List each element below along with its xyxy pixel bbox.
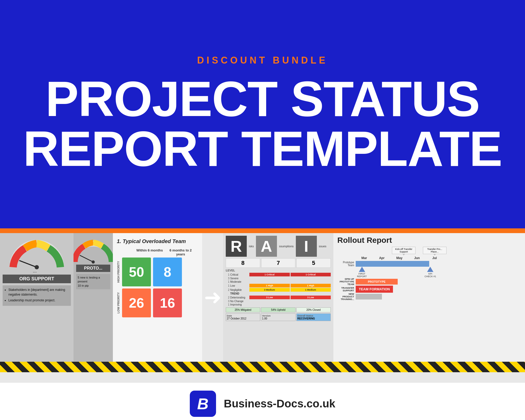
rai-count-r: 8	[226, 258, 260, 268]
rai-date-section: Date 27 October 2012 Version 1.00 Overal…	[226, 313, 331, 321]
cell-26: 26	[122, 288, 151, 317]
proto-bullets: 5 new ic testing a present 10 in pip	[76, 274, 110, 289]
rai-count-i: 5	[296, 258, 331, 268]
svg-point-4	[92, 260, 95, 264]
rai-row-negligible: 2 Negligible 3 Medium 1 Medium	[226, 288, 331, 292]
tl-row-spinup: SPIN UP PROTOTYPE TEAM PROTOTYPE	[337, 278, 521, 286]
rai-counts: 8 7 5	[226, 258, 331, 268]
rai-closed: 20% Closed	[296, 307, 331, 312]
svg-text:...: ...	[33, 268, 37, 272]
panel-proto: PROTO... 5 new ic testing a present 10 i…	[74, 233, 113, 362]
rai-a-letter: A	[261, 237, 272, 255]
rai-date: Date 27 October 2012	[226, 313, 260, 321]
callout-transfer: Transfer Pro... Place...	[423, 247, 447, 254]
rai-mitigated: 25% Mitigated	[226, 307, 260, 312]
proto-bullet-2: 10 in pip	[78, 284, 109, 288]
cell-50: 50	[122, 258, 151, 286]
callout-kickoff: Kick-off Transfer Support	[392, 247, 416, 254]
tl-row-transfer: TRANSFER SUPPORT TEAM FORMATION	[337, 286, 521, 293]
rai-i-label: ssues	[318, 244, 328, 249]
org-support-bullets: Stakeholders in [department] are making …	[3, 285, 71, 306]
matrix-row-labels: HIGH PRIORITY LOW PRIORITY	[117, 258, 120, 317]
rai-row-low: 1 Low 1 High 1 High	[226, 284, 331, 287]
proto-bullet-1: 5 new ic testing a present	[78, 276, 109, 284]
svg-line-3	[80, 255, 93, 262]
month-apr: Apr	[373, 256, 390, 260]
row-label-high: HIGH PRIORITY	[117, 258, 120, 286]
rollout-title: Rollout Report	[337, 236, 521, 245]
hazard-strip	[0, 362, 525, 372]
rai-level-label: LEVEL	[226, 269, 331, 272]
rai-i-box: I	[296, 236, 317, 257]
rai-row-severe: 3 Severe	[226, 277, 331, 280]
month-jun: Jun	[408, 256, 426, 260]
rai-footer: 25% Mitigated 54% Upheld 20% Closed	[226, 307, 331, 312]
bullet-2: Leadership must promote project.	[8, 298, 69, 303]
gauge-org: ...	[8, 238, 66, 272]
bottom-section: B Business-Docs.co.uk	[0, 383, 525, 420]
rai-row-nochange: 3 No Change	[226, 300, 331, 303]
row-label-low: LOW PRIORITY	[117, 288, 120, 317]
rai-overall: Overall Status RECOVERING	[296, 313, 331, 321]
title-line2: REPORT TEMPLATE	[23, 124, 502, 174]
panel-rollout: Rollout Report Kick-off Transfer Support…	[333, 233, 525, 362]
rai-count-a: 7	[261, 258, 296, 268]
col-header-1: Within 6 months	[135, 248, 164, 256]
preview-wrapper: ... ORG SUPPORT Stakeholders in [departm…	[0, 233, 525, 383]
matrix-title: 1. Typical Overloaded Team	[117, 238, 198, 244]
proto-label: PROTO...	[76, 265, 110, 272]
main-title: PROJECT STATUS REPORT TEMPLATE	[23, 74, 502, 174]
rai-a-label: ssumptions	[278, 244, 295, 249]
timeline-months: Mar Apr May Jun Jul	[356, 256, 521, 260]
milestone-first-report: FIRSTREPORT	[357, 267, 367, 278]
svg-line-0	[20, 261, 37, 267]
panel-gauges: ... ORG SUPPORT Stakeholders in [departm…	[0, 233, 74, 362]
prototype-bar: PROTOTYPE	[356, 279, 398, 285]
team-formation-button[interactable]: TEAM FORMATION	[356, 286, 393, 293]
preview-main: ... ORG SUPPORT Stakeholders in [departm…	[0, 233, 525, 362]
rai-row-improving: 1 Improving	[226, 303, 331, 306]
arrow-icon: ➜	[204, 287, 222, 308]
month-may: May	[391, 256, 408, 260]
brand-name: Business-Docs.co.uk	[224, 397, 335, 410]
rai-r-box: R	[226, 236, 247, 257]
org-support-label: ORG SUPPORT	[3, 275, 71, 283]
rai-i-letter: I	[304, 237, 308, 255]
cell-8: 8	[153, 258, 182, 286]
rai-r-label: isks	[248, 244, 255, 249]
tl-row-proto-team: Prototype Team	[337, 261, 521, 267]
matrix-body: HIGH PRIORITY LOW PRIORITY 50 8 26 16	[117, 258, 198, 317]
rai-row-critical: 1 Critical 1 Critical 1 Critical	[226, 273, 331, 276]
panel-matrix: 1. Typical Overloaded Team Within 6 mont…	[113, 233, 202, 362]
bullet-1: Stakeholders in [department] are making …	[8, 287, 69, 297]
brand-logo-letter: B	[197, 395, 208, 413]
rai-upheld: 54% Upheld	[261, 307, 295, 312]
brand-logo: B	[190, 391, 216, 417]
title-line1: PROJECT STATUS	[23, 74, 502, 124]
gauge-proto	[74, 238, 113, 265]
rai-rows: 1 Critical 1 Critical 1 Critical 3 Sever…	[226, 273, 331, 306]
arrow-container: ➜	[202, 233, 223, 362]
preview-section: ... ORG SUPPORT Stakeholders in [departm…	[0, 233, 525, 383]
milestone-kpi: KPICHECK #1	[424, 267, 436, 278]
rai-header: R isks A ssumptions I ssues	[226, 236, 331, 257]
month-jul: Jul	[426, 256, 443, 260]
rai-r-letter: R	[230, 237, 242, 255]
rai-version: Version 1.00	[261, 313, 295, 321]
rai-a-box: A	[256, 236, 277, 257]
month-mar: Mar	[356, 256, 373, 260]
discount-label: DISCOUNT BUNDLE	[197, 55, 328, 66]
orange-divider	[0, 228, 525, 233]
rai-row-moderate: 1 Moderate	[226, 280, 331, 283]
rai-row-deteriorating: 2 Deteriorating 3 Low 3 Low	[226, 296, 331, 299]
callout-row: Kick-off Transfer Support Transfer Pro..…	[356, 247, 521, 254]
col-header-2: 6 months to 2 years	[166, 248, 195, 256]
tl-row-milestones: FIRSTREPORT KPICHECK #1	[337, 267, 521, 278]
hero-section: DISCOUNT BUNDLE PROJECT STATUS REPORT TE…	[0, 0, 525, 228]
matrix-grid: 50 8 26 16	[122, 258, 182, 317]
rai-row-trend-header: TREND	[226, 292, 331, 295]
matrix-headers: Within 6 months 6 months to 2 years	[135, 248, 198, 256]
panel-rai: R isks A ssumptions I ssues 8 7 5	[223, 233, 333, 362]
cell-16: 16	[153, 288, 182, 317]
tl-row-newproduct: NEW PRODUCT TRAINING...	[337, 293, 521, 301]
